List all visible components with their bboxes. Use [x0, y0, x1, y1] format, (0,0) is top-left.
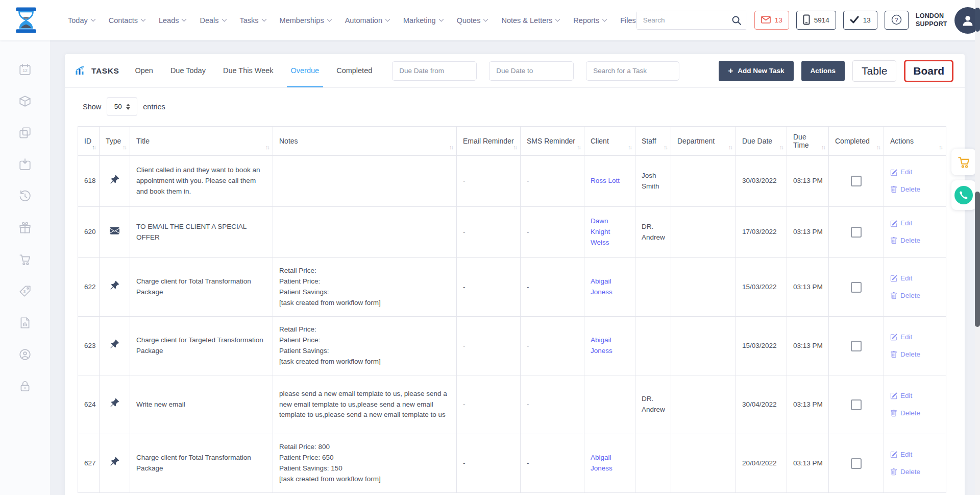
completed-checkbox[interactable]	[851, 282, 862, 293]
column-header-email-reminder[interactable]: Email Reminder↑↓	[457, 127, 521, 156]
task-search-input[interactable]	[586, 61, 679, 81]
trash-icon	[890, 410, 897, 417]
add-new-task-button[interactable]: + Add New Task	[719, 61, 793, 81]
client-link[interactable]: Dawn Knight Weiss	[591, 217, 610, 246]
board-view-button[interactable]: Board	[904, 60, 953, 82]
delete-task-link[interactable]: Delete	[890, 235, 940, 246]
account-icon[interactable]	[18, 348, 32, 361]
booking-calendar-icon[interactable]	[18, 158, 32, 171]
task-filters	[392, 54, 679, 87]
mobile-phone-icon	[803, 14, 810, 27]
tab-due-today[interactable]: Due Today	[166, 54, 210, 87]
client-link[interactable]: Ross Lott	[591, 177, 620, 184]
scrollbar-thumb[interactable]	[975, 192, 980, 327]
client-link[interactable]: Abigail Joness	[591, 277, 612, 296]
floating-call-button[interactable]	[951, 180, 976, 210]
completed-checkbox[interactable]	[851, 341, 862, 351]
sort-icon: ↑↓	[92, 144, 95, 150]
column-header-notes[interactable]: Notes↑↓	[273, 127, 457, 156]
global-search-input[interactable]	[636, 11, 747, 29]
due-date-to-input[interactable]	[489, 61, 574, 81]
edit-task-link[interactable]: Edit	[890, 167, 940, 178]
task-notes: Retail Price: Patient Price: Patient Sav…	[273, 258, 457, 317]
column-header-client[interactable]: Client↑↓	[584, 127, 635, 156]
completed-checkbox[interactable]	[851, 458, 862, 469]
column-header-actions[interactable]: Actions↑↓	[884, 127, 946, 156]
column-header-title[interactable]: Title↑↓	[130, 127, 273, 156]
edit-icon	[890, 220, 897, 227]
edit-task-link[interactable]: Edit	[890, 273, 940, 284]
delete-task-link[interactable]: Delete	[890, 408, 940, 419]
menu-contacts[interactable]: Contacts	[109, 16, 145, 25]
completed-checkbox[interactable]	[851, 399, 862, 410]
menu-quotes[interactable]: Quotes	[457, 16, 488, 25]
menu-tasks[interactable]: Tasks	[240, 16, 266, 25]
menu-leads[interactable]: Leads	[159, 16, 186, 25]
package-icon[interactable]	[18, 95, 32, 108]
cart-icon[interactable]	[18, 253, 32, 266]
client-link[interactable]: Abigail Joness	[591, 336, 612, 355]
trash-icon	[890, 292, 897, 299]
menu-today[interactable]: Today	[68, 16, 95, 25]
completed-checkbox[interactable]	[851, 227, 862, 238]
calendar-icon[interactable]: 12	[18, 63, 32, 76]
gift-icon[interactable]	[18, 221, 32, 234]
up-down-icon	[126, 104, 130, 110]
column-header-staff[interactable]: Staff↑↓	[635, 127, 671, 156]
column-header-completed[interactable]: Completed↑↓	[829, 127, 884, 156]
search-icon[interactable]	[731, 15, 742, 28]
column-header-id[interactable]: ID↑↓	[78, 127, 100, 156]
task-title: Write new email	[130, 375, 273, 434]
report-icon[interactable]	[18, 316, 32, 329]
client-link[interactable]: Abigail Joness	[591, 454, 612, 472]
phone-calls-button[interactable]: 5914	[796, 11, 836, 30]
pushpin-icon	[110, 339, 119, 349]
due-date-from-input[interactable]	[392, 61, 477, 81]
task-id: 622	[78, 258, 100, 317]
edit-task-link[interactable]: Edit	[890, 332, 940, 343]
tab-due-this-week[interactable]: Due This Week	[219, 54, 278, 87]
menu-notes-letters[interactable]: Notes & Letters	[501, 16, 559, 25]
delete-task-link[interactable]: Delete	[890, 291, 940, 301]
table-view-button[interactable]: Table	[852, 60, 896, 82]
plus-icon: +	[728, 66, 733, 75]
trash-icon	[890, 351, 897, 358]
completed-checkbox[interactable]	[851, 176, 862, 186]
column-header-sms-reminder[interactable]: SMS Reminder↑↓	[521, 127, 584, 156]
menu-deals[interactable]: Deals	[200, 16, 226, 25]
column-header-due-time[interactable]: Due Time↑↓	[787, 127, 829, 156]
column-header-type[interactable]: Type↑↓	[100, 127, 130, 156]
tab-overdue[interactable]: Overdue	[287, 54, 324, 87]
actions-button[interactable]: Actions	[801, 61, 845, 81]
floating-cart-button[interactable]	[951, 149, 976, 175]
staff-name	[635, 258, 671, 317]
menu-memberships[interactable]: Memberships	[280, 16, 331, 25]
column-header-due-date[interactable]: Due Date↑↓	[736, 127, 787, 156]
delete-task-link[interactable]: Delete	[890, 349, 940, 360]
menu-marketing[interactable]: Marketing	[403, 16, 443, 25]
scrollbar-thumb-top[interactable]	[975, 8, 980, 32]
tab-open[interactable]: Open	[131, 54, 157, 87]
help-button[interactable]: ?	[885, 11, 909, 30]
completed-tasks-button[interactable]: 13	[843, 11, 877, 30]
price-tag-icon[interactable]: $	[18, 285, 32, 298]
delete-task-link[interactable]: Delete	[890, 467, 940, 478]
history-icon[interactable]	[18, 190, 32, 203]
menu-automation[interactable]: Automation	[345, 16, 389, 25]
menu-files[interactable]: Files	[620, 16, 636, 25]
email-reminder: -	[457, 156, 521, 207]
tab-completed[interactable]: Completed	[332, 54, 376, 87]
entries-per-page-select[interactable]: 50	[107, 97, 137, 116]
copy-icon[interactable]	[18, 126, 32, 139]
edit-task-link[interactable]: Edit	[890, 218, 940, 229]
chevron-down-icon	[182, 17, 187, 22]
edit-task-link[interactable]: Edit	[890, 450, 940, 460]
delete-task-link[interactable]: Delete	[890, 184, 940, 195]
column-header-department[interactable]: Department↑↓	[671, 127, 736, 156]
app-logo-hourglass-icon[interactable]	[12, 6, 40, 34]
envelope-icon	[110, 226, 119, 235]
lock-icon[interactable]	[18, 380, 32, 393]
email-notifications-button[interactable]: 13	[754, 11, 789, 30]
menu-reports[interactable]: Reports	[573, 16, 606, 25]
edit-task-link[interactable]: Edit	[890, 391, 940, 402]
